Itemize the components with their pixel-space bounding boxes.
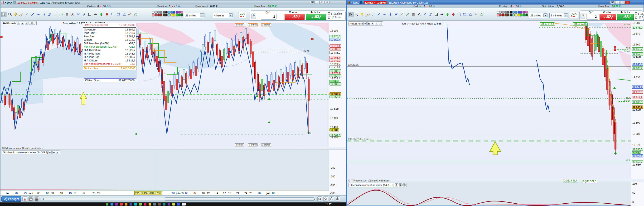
color-swatch[interactable] bbox=[507, 14, 510, 17]
color-swatch[interactable] bbox=[525, 14, 528, 17]
color-swatch[interactable] bbox=[160, 11, 162, 14]
arrow-up-icon[interactable]: ↑ bbox=[379, 22, 382, 25]
taskbar-app-icon[interactable] bbox=[144, 203, 146, 205]
orders-tag[interactable]: 3 ordres bbox=[235, 143, 244, 146]
stop-checkbox[interactable]: ✓ bbox=[635, 12, 637, 15]
close-button[interactable]: ✕ bbox=[325, 1, 330, 4]
color-swatch[interactable] bbox=[504, 14, 507, 17]
info-icon[interactable]: i bbox=[13, 1, 16, 4]
blocks-icon[interactable] bbox=[34, 196, 39, 201]
close-position-icon[interactable]: ✕ bbox=[171, 6, 174, 8]
timeframe-dropdown[interactable]: 5 minutes▼ bbox=[550, 13, 568, 18]
color-swatch[interactable] bbox=[165, 11, 168, 14]
trendline-icon[interactable] bbox=[376, 12, 382, 17]
cursor-icon[interactable] bbox=[2, 12, 7, 17]
orders-tag[interactable]: 8 ordres bbox=[248, 143, 258, 146]
taskbar-app-icon[interactable] bbox=[182, 203, 186, 205]
double-trend-icon[interactable] bbox=[81, 12, 87, 17]
window-icon[interactable]: ▣ bbox=[399, 183, 402, 186]
minimize-button[interactable]: — bbox=[315, 1, 320, 4]
pitchfork-icon[interactable] bbox=[405, 12, 410, 17]
color-swatch[interactable] bbox=[496, 11, 499, 14]
alarm-icon[interactable] bbox=[13, 12, 18, 17]
thermometer-icon[interactable] bbox=[22, 196, 27, 201]
units-dropdown[interactable]: 25 unités▼ bbox=[529, 13, 548, 18]
units-dropdown[interactable]: 25 unités▼ bbox=[184, 13, 204, 18]
color-swatch[interactable] bbox=[152, 14, 154, 17]
alarm-icon[interactable] bbox=[359, 12, 365, 17]
text-icon[interactable]: T bbox=[87, 12, 93, 17]
color-swatch[interactable] bbox=[157, 14, 160, 17]
taskbar-app-icon[interactable] bbox=[130, 203, 132, 205]
color-swatch[interactable] bbox=[155, 11, 157, 14]
triangle-icon[interactable] bbox=[468, 12, 473, 17]
quantity-input[interactable]: 2 bbox=[261, 14, 276, 20]
gear-icon[interactable]: ⚙ bbox=[520, 5, 522, 8]
chevron-down-icon[interactable]: ▼ bbox=[351, 2, 353, 4]
zigzag-icon[interactable] bbox=[127, 12, 133, 17]
zigzag-icon[interactable] bbox=[473, 12, 479, 17]
zoom-out-icon[interactable] bbox=[329, 196, 334, 201]
sell-button[interactable]: 12 562,2 bbox=[600, 14, 616, 20]
order-tag[interactable]: 2@12 571,0 bbox=[582, 180, 597, 183]
horizontal-scrollbar[interactable]: ◀ ≡ ▶ bbox=[41, 197, 316, 201]
limit-checkbox[interactable]: ✓ bbox=[328, 16, 330, 19]
crossed-segments-icon[interactable] bbox=[76, 12, 81, 17]
segment-icon[interactable] bbox=[370, 12, 376, 17]
scroll-left-icon[interactable]: ◀ bbox=[42, 198, 44, 200]
wrench-icon[interactable]: ⚙ bbox=[17, 22, 20, 25]
pitchfork-icon[interactable] bbox=[58, 12, 64, 17]
taskbar-app-icon[interactable] bbox=[139, 203, 142, 205]
wrench-icon[interactable]: ⚙ bbox=[580, 14, 585, 19]
color-swatch[interactable] bbox=[520, 11, 522, 14]
orders-tag[interactable]: 3 ordres bbox=[235, 23, 244, 27]
gear-icon[interactable]: ⚙ bbox=[433, 5, 435, 8]
color-swatch[interactable] bbox=[173, 14, 176, 17]
price-axis[interactable]: 12 68012 676,212 67012 66012 655,712 652… bbox=[631, 21, 644, 206]
taskbar-app-icon[interactable] bbox=[172, 203, 175, 205]
color-swatch[interactable] bbox=[523, 11, 525, 14]
color-swatch[interactable] bbox=[178, 14, 181, 17]
stop-value-input[interactable]: 12.5 bbox=[333, 12, 339, 15]
color-swatch[interactable] bbox=[173, 11, 176, 14]
cancel-orders-icon[interactable]: ✕ bbox=[426, 6, 428, 8]
color-swatch[interactable] bbox=[512, 14, 515, 17]
taskbar[interactable]: 11:27 bbox=[0, 202, 346, 206]
wrench-icon[interactable]: ⚙ bbox=[395, 183, 398, 186]
restore-button[interactable]: ❐ bbox=[620, 1, 625, 4]
color-swatch[interactable] bbox=[155, 14, 157, 17]
quantity-input[interactable]: 2 bbox=[586, 14, 598, 20]
gear-icon[interactable]: ⚙⚙ bbox=[106, 5, 111, 8]
arrow-right-icon[interactable] bbox=[93, 12, 98, 17]
limit-checkbox[interactable]: ✓ bbox=[635, 16, 637, 19]
stop-checkbox[interactable]: ✓ bbox=[328, 12, 330, 15]
color-swatch[interactable] bbox=[520, 14, 522, 17]
ellipse-icon[interactable] bbox=[110, 12, 116, 17]
wrench-icon[interactable]: ⚙ bbox=[251, 14, 256, 19]
color-swatch[interactable] bbox=[168, 14, 170, 17]
color-swatch[interactable] bbox=[499, 14, 502, 17]
channel-icon[interactable] bbox=[479, 12, 485, 17]
arrow-down-icon[interactable]: ↓ bbox=[28, 22, 32, 25]
color-swatch[interactable] bbox=[510, 11, 512, 14]
color-swatch[interactable] bbox=[170, 11, 173, 14]
order-tag[interactable]: 2@12 573,5 bbox=[573, 22, 588, 26]
gear-icon[interactable]: ⚙ bbox=[178, 5, 180, 8]
news-icon[interactable] bbox=[28, 196, 33, 201]
orders-tag[interactable]: 6 ordres bbox=[248, 23, 258, 27]
arrow-up-icon[interactable] bbox=[445, 12, 450, 17]
taskbar-app-icon[interactable] bbox=[106, 203, 108, 205]
taskbar-app-icon[interactable] bbox=[125, 203, 128, 205]
chevron-down-icon[interactable]: ▼ bbox=[4, 2, 6, 4]
color-swatch[interactable] bbox=[162, 11, 165, 14]
parallel-lines-icon[interactable] bbox=[47, 12, 53, 17]
taskbar-app-icon[interactable] bbox=[115, 203, 118, 205]
color-swatch[interactable] bbox=[525, 11, 528, 14]
orders-tag[interactable]: 2 ordres bbox=[261, 23, 271, 27]
ellipse-icon[interactable] bbox=[456, 12, 462, 17]
titlebar[interactable]: ▼ DAX i 12 562,7 (-1,08%) 11:27:03 Allem… bbox=[0, 1, 346, 5]
scroll-right-icon[interactable]: ▶ bbox=[314, 198, 316, 200]
scrollbar-thumb[interactable]: ≡ bbox=[165, 197, 314, 200]
color-swatch[interactable] bbox=[502, 11, 504, 14]
orders-tag[interactable]: 2 ordres bbox=[261, 143, 271, 146]
